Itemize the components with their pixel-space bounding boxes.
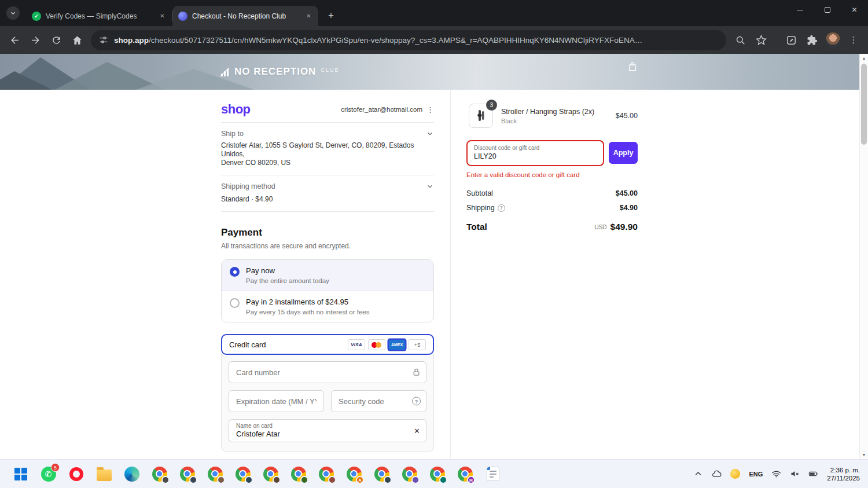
volume-muted-icon[interactable] <box>790 469 800 479</box>
window-maximize-button[interactable] <box>814 0 841 20</box>
pay-installments-option[interactable]: Pay in 2 installments of $24.95 Pay ever… <box>222 291 433 322</box>
wifi-icon[interactable] <box>771 469 781 479</box>
store-name-suffix: CLUB <box>321 67 339 73</box>
discount-code-input[interactable]: Discount code or gift card LILY20 <box>466 140 604 166</box>
language-indicator[interactable]: ENG <box>749 471 763 478</box>
extensions-icon[interactable] <box>801 30 822 50</box>
chrome-taskbar-icon[interactable] <box>235 466 251 482</box>
simplycodes-favicon-icon: ✓ <box>32 12 41 21</box>
address-line-2: Denver CO 80209, US <box>221 159 290 167</box>
address-bar[interactable]: shop.app/checkout/50717327511/cn/hWN5mkw… <box>91 30 726 50</box>
battery-icon[interactable] <box>808 469 818 479</box>
chevron-down-icon <box>426 182 434 190</box>
whatsapp-badge: 5 <box>51 463 60 472</box>
total-currency: USD <box>594 224 606 230</box>
credit-card-method-header[interactable]: Credit card VISA AMEX +5 <box>221 334 434 355</box>
apply-button[interactable]: Apply <box>609 142 638 164</box>
chrome-taskbar-icon[interactable] <box>290 466 306 482</box>
chrome-profile-bubble <box>328 476 336 484</box>
chrome-profile-bubble: M <box>467 476 475 484</box>
expiry-field <box>229 390 324 412</box>
tab-simplycodes[interactable]: ✓ Verify Codes — SimplyCodes ✕ <box>26 6 172 26</box>
chrome-taskbar-icon[interactable] <box>152 466 167 482</box>
taskbar-apps: ✆ 5 AM <box>6 466 501 482</box>
chrome-taskbar-icon[interactable] <box>374 466 389 482</box>
back-icon[interactable] <box>4 30 25 50</box>
shipping-address: Cristofer Atar, 1055 S Gaylord St, Denve… <box>221 141 434 167</box>
shipping-info-icon[interactable]: ? <box>498 204 505 212</box>
shipping-label: Shipping <box>466 204 495 212</box>
file-explorer-icon[interactable] <box>96 466 112 482</box>
radio-unselected-icon[interactable] <box>230 298 240 308</box>
address-line-1: Cristofer Atar, 1055 S Gaylord St, Denve… <box>221 141 414 158</box>
chrome-taskbar-icon[interactable] <box>402 466 417 482</box>
store-logo[interactable]: NO RECEPTION CLUB <box>220 66 339 78</box>
taskbar-clock[interactable]: 2:36 p. m. 27/11/2025 <box>827 466 860 482</box>
home-icon[interactable] <box>67 30 87 50</box>
scrollbar-thumb[interactable] <box>861 64 867 145</box>
clock-date: 27/11/2025 <box>827 474 860 482</box>
chrome-profile-bubble <box>273 476 281 484</box>
tray-chevron-up-icon[interactable] <box>693 469 703 479</box>
reload-icon[interactable] <box>46 30 67 50</box>
account-menu-icon[interactable]: ⋮ <box>426 105 434 114</box>
chrome-profile-bubble <box>411 476 420 484</box>
card-number-input[interactable] <box>229 361 426 383</box>
opera-icon[interactable] <box>68 466 84 482</box>
chrome-taskbar-icon[interactable]: A <box>346 466 362 482</box>
credit-card-label: Credit card <box>229 340 266 349</box>
system-tray: ENG 2:36 p. m. 27/11/2025 <box>693 466 862 482</box>
onedrive-cloud-icon[interactable] <box>712 469 722 479</box>
tray-app-icon[interactable] <box>730 469 740 479</box>
scroll-down-icon[interactable]: ▼ <box>860 450 868 459</box>
edge-icon[interactable] <box>124 466 139 482</box>
checkout-favicon-icon <box>178 12 187 21</box>
profile-avatar[interactable] <box>822 30 843 50</box>
whatsapp-icon[interactable]: ✆ 5 <box>41 466 56 482</box>
ship-to-header[interactable]: Ship to <box>221 130 434 138</box>
radio-selected-icon[interactable] <box>230 267 240 277</box>
name-on-card-field[interactable]: Name on card Cristofer Atar ✕ <box>229 419 426 442</box>
start-button[interactable] <box>13 466 28 482</box>
tab-close-icon[interactable]: ✕ <box>304 11 314 21</box>
chrome-profile-bubble <box>189 476 197 484</box>
clear-icon[interactable]: ✕ <box>414 427 420 435</box>
chrome-taskbar-icon[interactable] <box>318 466 334 482</box>
tab-checkout[interactable]: Checkout - No Reception Club ✕ <box>172 6 318 26</box>
bookmark-star-icon[interactable] <box>751 30 771 50</box>
avatar-image <box>825 32 841 48</box>
expiry-input[interactable] <box>229 390 324 412</box>
chrome-taskbar-icon[interactable]: M <box>457 466 473 482</box>
chrome-taskbar-icon[interactable] <box>429 466 445 482</box>
scroll-up-icon[interactable]: ▲ <box>860 54 868 63</box>
pay-now-desc: Pay the entire amount today <box>246 277 329 284</box>
cart-bag-icon[interactable] <box>627 61 638 74</box>
forward-icon[interactable] <box>25 30 46 50</box>
url-text: shop.app/checkout/50717327511/cn/hWN5mkw… <box>114 36 642 45</box>
new-tab-button[interactable]: + <box>323 8 339 23</box>
chrome-taskbar-icon[interactable] <box>179 466 195 482</box>
browser-menu-icon[interactable]: ⋮ <box>843 30 864 50</box>
more-brands-badge: +5 <box>409 339 426 350</box>
shipping-method-label: Shipping method <box>221 182 275 190</box>
tab-search-icon[interactable] <box>6 6 20 20</box>
chrome-taskbar-icon[interactable] <box>263 466 278 482</box>
help-icon[interactable]: ? <box>412 397 421 406</box>
ship-to-label: Ship to <box>221 130 244 138</box>
site-info-icon[interactable] <box>99 35 108 45</box>
chrome-profile-bubble <box>161 476 170 484</box>
chrome-taskbar-icon[interactable] <box>207 466 223 482</box>
pay-now-label: Pay now <box>246 266 329 275</box>
tab-close-icon[interactable]: ✕ <box>157 11 167 21</box>
window-close-button[interactable]: ✕ <box>841 0 868 20</box>
shipping-method-header[interactable]: Shipping method <box>221 182 434 190</box>
edit-page-icon[interactable] <box>781 30 801 50</box>
chrome-profile-bubble <box>217 476 225 484</box>
notepad-icon[interactable] <box>485 466 501 482</box>
page-scrollbar[interactable]: ▲ ▼ <box>859 54 868 459</box>
total-value: $49.90 <box>610 222 638 232</box>
pay-now-option[interactable]: Pay now Pay the entire amount today <box>222 260 433 291</box>
search-icon[interactable] <box>730 30 751 50</box>
window-minimize-button[interactable] <box>786 0 814 20</box>
card-brand-badges: VISA AMEX +5 <box>348 339 426 350</box>
